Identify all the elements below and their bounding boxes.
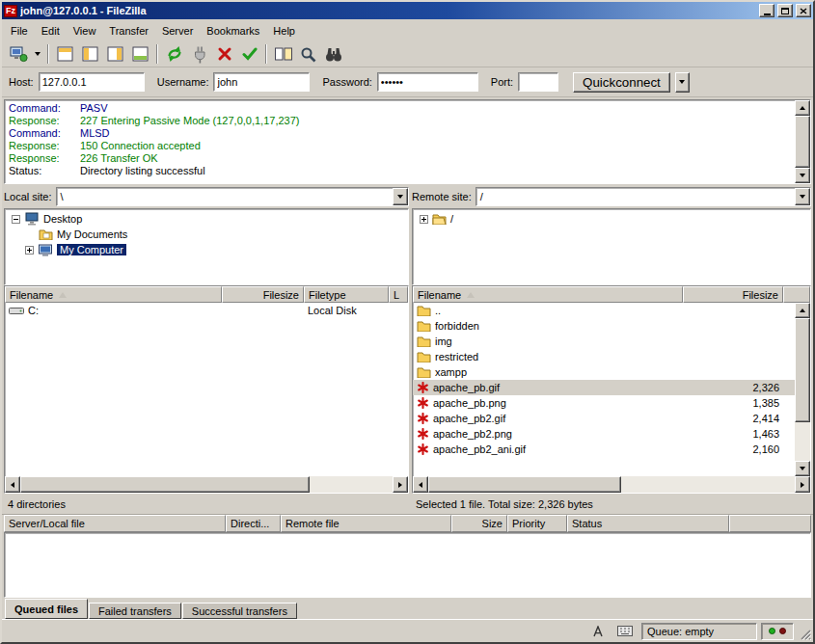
remote-list-hscrollbar[interactable] [413,476,810,493]
username-input[interactable] [213,72,310,92]
file-row[interactable]: C: Local Disk [5,303,408,318]
tree-item-label: My Computer [57,244,126,255]
file-row[interactable]: xampp [413,364,795,380]
toggle-queue-button[interactable] [128,43,152,66]
queue-header: Server/Local file Directi... Remote file… [4,515,811,532]
plus-expander-icon[interactable] [420,215,428,224]
column-header-direction[interactable]: Directi... [226,515,281,532]
minus-expander-icon[interactable] [12,215,20,224]
combo-dropdown-button[interactable] [393,188,408,205]
statusbar: Queue: empty [2,619,813,642]
scroll-thumb[interactable] [20,476,310,493]
scroll-thumb[interactable] [428,476,621,493]
tree-item-root[interactable]: / [420,211,809,227]
file-row[interactable]: apache_pb.png 1,385 [413,395,795,411]
file-row[interactable]: apache_pb2.png 1,463 [413,426,795,442]
local-list-header: Filename Filesize Filetype L [5,286,408,303]
menu-transfer[interactable]: Transfer [102,21,155,40]
column-header-filename[interactable]: Filename [5,286,222,303]
file-row[interactable]: .. [413,303,795,318]
resize-grip[interactable] [798,623,811,640]
quickconnect-dropdown-button[interactable] [675,72,690,93]
compare-directories-button[interactable] [321,43,345,66]
file-row[interactable]: img [413,334,795,349]
log-scrollbar[interactable] [795,100,810,183]
column-header-priority[interactable]: Priority [507,515,567,532]
tab-queued-files[interactable]: Queued files [5,599,88,619]
remote-site-combo[interactable]: / [475,187,811,206]
comparison-button[interactable] [271,43,295,66]
port-input[interactable] [518,72,558,92]
toggle-log-button[interactable] [53,43,77,66]
tab-failed-transfers[interactable]: Failed transfers [89,603,181,619]
filename-label: img [435,335,452,347]
column-header-lastmodified[interactable]: L [389,286,408,303]
scroll-right-button[interactable] [795,476,810,493]
filesize-label: 2,414 [683,413,783,424]
menu-view[interactable]: View [67,21,103,40]
toolbar-separator [265,44,267,64]
scroll-left-button[interactable] [5,476,20,493]
scroll-right-button[interactable] [393,476,408,493]
quickconnect-button[interactable]: Quickconnect [573,72,670,93]
menu-help[interactable]: Help [266,21,302,40]
titlebar[interactable]: Fz john@127.0.0.1 - FileZilla [2,2,813,19]
host-label: Host: [9,76,34,88]
file-row-selected[interactable]: apache_pb.gif 2,326 [413,380,795,395]
file-row[interactable]: restricted [413,349,795,364]
column-header-filesize[interactable]: Filesize [222,286,304,303]
cancel-button[interactable] [212,43,236,66]
plus-expander-icon[interactable] [25,246,34,255]
scroll-thumb[interactable] [795,318,810,422]
combo-dropdown-button[interactable] [795,188,810,205]
close-button[interactable] [796,4,811,17]
host-input[interactable] [39,72,145,92]
toggle-local-tree-button[interactable] [78,43,102,66]
local-list-hscrollbar[interactable] [5,476,408,493]
filesize-label: 1,463 [683,428,783,440]
scroll-down-button[interactable] [795,168,810,183]
local-site-combo[interactable]: \ [56,187,409,206]
menu-file[interactable]: File [4,21,35,40]
queue-list[interactable] [4,532,811,598]
column-header-filename[interactable]: Filename [413,286,683,303]
column-header-filetype[interactable]: Filetype [304,286,389,303]
scroll-thumb[interactable] [795,116,810,168]
column-header-filesize[interactable]: Filesize [683,286,783,303]
scroll-up-button[interactable] [795,100,810,116]
tree-item-desktop[interactable]: Desktop [12,211,407,227]
site-manager-dropdown-button[interactable] [31,43,43,66]
file-row[interactable]: apache_pb2.gif 2,414 [413,411,795,426]
scroll-up-button[interactable] [795,303,810,318]
open-folder-icon [432,213,447,225]
transfer-type-indicator[interactable] [587,623,609,640]
find-button[interactable] [296,43,320,66]
password-input[interactable] [377,72,478,92]
file-row[interactable]: apache_pb2_ani.gif 2,160 [413,442,795,457]
scroll-down-button[interactable] [795,461,810,476]
minimize-button[interactable] [759,4,774,17]
refresh-button[interactable] [162,43,186,66]
menu-edit[interactable]: Edit [35,21,67,40]
column-header-remote-file[interactable]: Remote file [281,515,451,532]
remote-list-vscrollbar[interactable] [795,303,810,476]
file-row[interactable]: forbidden [413,318,795,334]
file-lists: Filename Filesize Filetype L C: Local Di… [2,285,813,494]
column-header-size[interactable]: Size [451,515,507,532]
column-header-status[interactable]: Status [567,515,729,532]
disconnect-button[interactable] [187,43,211,66]
tree-item-my-computer[interactable]: My Computer [25,242,407,257]
menu-bookmarks[interactable]: Bookmarks [200,21,266,40]
maximize-button[interactable] [777,4,793,17]
scroll-left-button[interactable] [413,476,428,493]
keypad-indicator[interactable] [612,623,638,640]
tab-successful-transfers[interactable]: Successful transfers [182,603,297,619]
column-header-server-local-file[interactable]: Server/Local file [4,515,226,532]
toggle-remote-tree-button[interactable] [103,43,127,66]
filter-button[interactable] [237,43,261,66]
dropdown-arrow-icon [35,52,41,56]
tree-item-my-documents[interactable]: My Documents [39,227,407,242]
menu-server[interactable]: Server [155,21,200,40]
site-manager-button[interactable] [6,43,30,66]
toolbar-separator [156,44,158,64]
